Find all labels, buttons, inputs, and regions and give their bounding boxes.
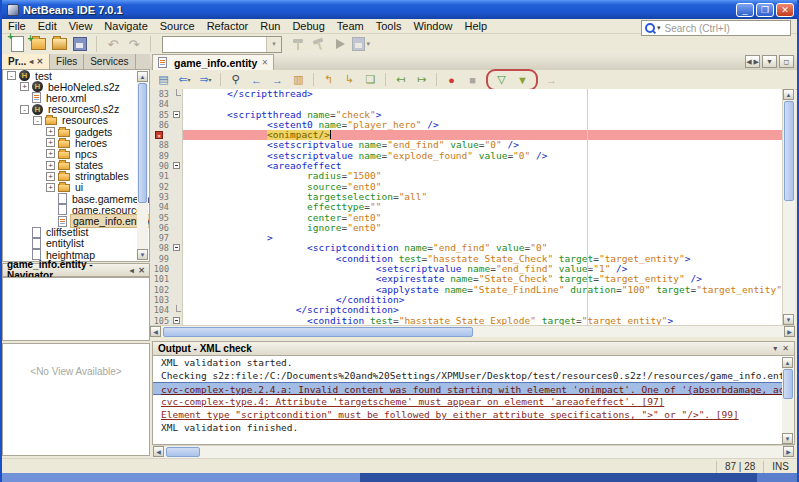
code-line-105[interactable]: 105 <condition test="hasstate State_Expl… xyxy=(150,316,795,325)
code-line-98[interactable]: 98 <scriptcondition name="end_find" valu… xyxy=(150,243,795,253)
code-line-87[interactable]: ✕ <onimpact/> xyxy=(150,130,795,140)
code-text[interactable]: <expirestate name="State_Check" target="… xyxy=(183,274,795,284)
redo-icon[interactable]: ↷ xyxy=(125,36,143,53)
tree-item-states[interactable]: +states xyxy=(3,160,149,171)
panel-tab-pr[interactable]: Pr...◂✕ xyxy=(2,54,50,69)
search-dropdown-icon[interactable]: ▾ xyxy=(657,24,661,32)
code-text[interactable]: <setscriptvalue name="explode_found" val… xyxy=(183,151,795,161)
toggle-highlight-icon[interactable]: ▥ xyxy=(289,71,308,88)
code-line-103[interactable]: 103 </condition> xyxy=(150,295,795,305)
panel-minimize-icon[interactable]: ◂ xyxy=(29,57,33,66)
menu-item-source[interactable]: Source xyxy=(154,20,201,32)
navigator-header[interactable]: game_info.entity - Navigator ◂ ✕ xyxy=(2,263,150,277)
tree-item-npcs[interactable]: +npcs xyxy=(3,148,149,159)
menu-item-view[interactable]: View xyxy=(63,20,99,32)
code-text[interactable]: <scriptcondition name="end_find" value="… xyxy=(183,243,795,253)
panel-tab-services[interactable]: Services xyxy=(84,54,135,69)
tree-scrollbar[interactable]: ▲ ▼ xyxy=(137,71,148,260)
next-bookmark-icon[interactable]: ↳ xyxy=(340,71,359,88)
undo-icon[interactable]: ↶ xyxy=(104,36,122,53)
start-macro-icon[interactable]: ● xyxy=(442,71,461,88)
fold-column[interactable] xyxy=(172,161,183,171)
code-line-85[interactable]: 85 <scriptthread name="check"> xyxy=(150,110,795,120)
code-text[interactable]: </condition> xyxy=(183,295,795,305)
navigator-close-icon[interactable]: ✕ xyxy=(138,266,145,275)
code-text[interactable]: <setscriptvalue name="end_find" value="1… xyxy=(183,264,795,274)
debug-icon[interactable]: ▾ xyxy=(352,36,370,53)
fold-column[interactable] xyxy=(172,110,183,120)
output-header[interactable]: Output - XML check ▾ ✕ xyxy=(152,341,795,356)
find-selection-icon[interactable]: ⚲ xyxy=(226,71,245,88)
scroll-tabs-left-icon[interactable]: ◀ ▶ xyxy=(745,55,760,68)
validate-xml-icon[interactable]: ▼ xyxy=(513,71,532,88)
code-line-93[interactable]: 93 targetselection="all" xyxy=(150,192,795,202)
collapse-icon[interactable]: - xyxy=(20,105,29,114)
run-icon[interactable] xyxy=(331,36,349,53)
panel-close-icon[interactable]: ✕ xyxy=(36,57,43,66)
fold-collapse-icon[interactable] xyxy=(173,244,180,251)
code-text[interactable]: > xyxy=(183,233,795,243)
combo-arrow-icon[interactable]: ▾ xyxy=(266,37,281,52)
maximize-button[interactable]: ❐ xyxy=(756,3,774,17)
tree-item-game_info-entity[interactable]: game_info.entity xyxy=(3,215,149,226)
output-horizontal-scrollbar[interactable]: ◀ ▶ xyxy=(153,445,794,458)
tab-list-dropdown-icon[interactable]: ▼ xyxy=(762,55,777,68)
code-text[interactable]: <setent0 name="player_hero" /> xyxy=(183,120,795,130)
output-error-link[interactable]: cvc-complex-type.2.4.a: Invalid content … xyxy=(153,382,794,395)
tree-item-heroes[interactable]: +heroes xyxy=(3,137,149,148)
fold-column[interactable] xyxy=(172,89,183,99)
code-text[interactable]: </scriptthread> xyxy=(183,89,795,99)
error-badge-icon[interactable]: ✕ xyxy=(155,131,163,139)
tree-item-behoneled-s2z[interactable]: +HbeHoNeled.s2z xyxy=(3,81,149,92)
scroll-right-icon[interactable]: ▶ xyxy=(784,326,795,337)
menu-item-team[interactable]: Team xyxy=(331,20,370,32)
code-line-100[interactable]: 100 <setscriptvalue name="end_find" valu… xyxy=(150,264,795,274)
fold-collapse-icon[interactable] xyxy=(173,317,180,324)
menu-item-help[interactable]: Help xyxy=(459,20,494,32)
code-line-94[interactable]: 94 effecttype="" xyxy=(150,202,795,212)
menu-item-navigate[interactable]: Navigate xyxy=(98,20,153,32)
tree-item-ui[interactable]: +ui xyxy=(3,182,149,193)
tree-item-base-gamemechanics[interactable]: base.gamemechanics xyxy=(3,193,149,204)
dropdown-arrow-icon[interactable]: ▾ xyxy=(188,76,191,83)
code-line-84[interactable]: 84 xyxy=(150,99,795,109)
stop-macro-icon[interactable]: ■ xyxy=(463,71,482,88)
last-edit-location-icon[interactable]: ▤ xyxy=(154,71,173,88)
next-error-icon[interactable]: → xyxy=(542,71,561,88)
scroll-thumb[interactable] xyxy=(784,101,794,201)
panel-tab-files[interactable]: Files xyxy=(50,54,84,69)
find-next-icon[interactable]: → xyxy=(268,71,287,88)
menu-item-debug[interactable]: Debug xyxy=(286,20,330,32)
output-close-icon[interactable]: ✕ xyxy=(782,344,789,353)
find-previous-icon[interactable]: ← xyxy=(247,71,266,88)
tab-game-info-entity[interactable]: game_info.entity ✕ xyxy=(152,54,274,70)
code-line-91[interactable]: 91 radius="1500" xyxy=(150,171,795,181)
scroll-thumb[interactable] xyxy=(163,327,473,337)
scroll-thumb[interactable] xyxy=(783,369,793,399)
code-text[interactable]: <onimpact/> xyxy=(183,130,795,140)
save-all-icon[interactable] xyxy=(71,36,89,53)
tab-close-icon[interactable]: ✕ xyxy=(261,58,268,67)
minimize-button[interactable]: _ xyxy=(736,3,754,17)
code-line-92[interactable]: 92 source="ent0" xyxy=(150,182,795,192)
fold-column[interactable] xyxy=(172,316,183,325)
code-text[interactable]: <setscriptvalue name="end_find" value="0… xyxy=(183,140,795,150)
scroll-left-icon[interactable]: ◀ xyxy=(153,446,164,457)
tree-item-entitylist[interactable]: entitylist xyxy=(3,238,149,249)
open-project-icon[interactable] xyxy=(50,36,68,53)
previous-bookmark-icon[interactable]: ↰ xyxy=(319,71,338,88)
close-button[interactable]: ✕ xyxy=(776,3,794,17)
fold-collapse-icon[interactable] xyxy=(173,111,180,118)
collapse-icon[interactable]: - xyxy=(7,71,16,80)
menu-item-refactor[interactable]: Refactor xyxy=(201,20,255,32)
scroll-down-icon[interactable]: ▼ xyxy=(783,314,794,325)
tree-item-resources0-s2z[interactable]: -Hresources0.s2z xyxy=(3,104,149,115)
code-line-102[interactable]: 102 <applystate name="State_FindLine" du… xyxy=(150,285,795,295)
title-bar[interactable]: NetBeans IDE 7.0.1 _ ❐ ✕ xyxy=(2,0,797,19)
shift-left-icon[interactable]: ↤ xyxy=(391,71,410,88)
shift-right-icon[interactable]: ↦ xyxy=(412,71,431,88)
code-text[interactable]: <scriptthread name="check"> xyxy=(183,110,795,120)
configuration-combobox[interactable]: ▾ xyxy=(162,36,282,53)
scroll-down-icon[interactable]: ▼ xyxy=(137,249,148,260)
scroll-thumb[interactable] xyxy=(138,83,147,203)
